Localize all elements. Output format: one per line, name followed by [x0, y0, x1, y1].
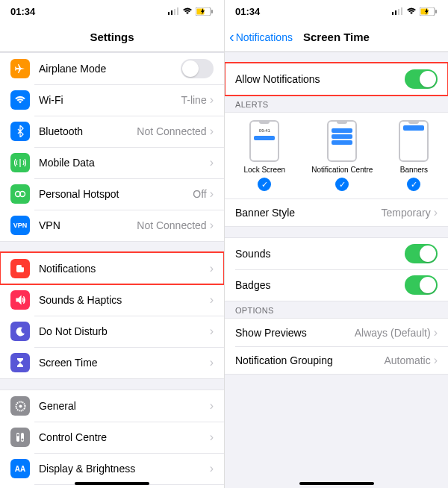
row-label: Badges [235, 279, 405, 291]
svg-point-15 [17, 434, 19, 437]
row-wifi[interactable]: Wi-Fi T-line › [0, 84, 224, 116]
row-mobile-data[interactable]: Mobile Data › [0, 147, 224, 178]
row-allow-notifications[interactable]: Allow Notifications [225, 63, 448, 96]
hotspot-icon [10, 184, 30, 204]
page-title: Settings [90, 31, 134, 43]
alerts-header: ALERTS [225, 96, 448, 112]
moon-icon [10, 322, 30, 341]
row-label: Personal Hotspot [39, 188, 193, 200]
sounds-toggle[interactable] [405, 244, 438, 263]
alerts-options: 09:41 Lock Screen ✓ Notification Centre … [225, 112, 448, 198]
row-value: Not Connected [137, 219, 206, 231]
svg-rect-3 [177, 7, 178, 15]
svg-rect-30 [398, 9, 399, 15]
row-badges[interactable]: Badges [225, 269, 448, 301]
row-label: General [39, 400, 210, 412]
row-label: Sounds & Haptics [39, 294, 210, 306]
hourglass-icon [10, 353, 30, 372]
option-label: Banners [400, 166, 428, 174]
chevron-icon: › [434, 326, 438, 340]
back-button[interactable]: ‹ Notifications [229, 28, 293, 46]
row-screen-time[interactable]: Screen Time › [0, 347, 224, 379]
alert-option-notification-centre[interactable]: Notification Centre ✓ [311, 120, 373, 191]
status-bar: 01:34 [225, 0, 448, 22]
status-time: 01:34 [10, 6, 35, 17]
check-icon[interactable]: ✓ [258, 178, 271, 191]
row-sounds-haptics[interactable]: Sounds & Haptics › [0, 284, 224, 316]
notifications-icon [10, 259, 30, 278]
check-icon[interactable]: ✓ [335, 178, 349, 191]
svg-rect-28 [392, 12, 393, 15]
row-show-previews[interactable]: Show Previews Always (Default) › [225, 318, 448, 346]
svg-point-10 [22, 264, 25, 268]
svg-point-16 [22, 439, 24, 441]
airplane-toggle[interactable] [181, 59, 214, 78]
alert-option-banners[interactable]: Banners ✓ [399, 120, 429, 191]
bluetooth-icon [10, 122, 30, 141]
row-label: Notification Grouping [235, 354, 384, 366]
row-label: Control Centre [39, 431, 210, 443]
options-header: OPTIONS [225, 301, 448, 318]
check-icon[interactable]: ✓ [407, 178, 420, 191]
row-label: VPN [39, 219, 137, 231]
home-indicator[interactable] [75, 482, 149, 485]
row-label: Notifications [39, 263, 210, 275]
battery-icon [420, 7, 438, 16]
row-sounds[interactable]: Sounds [225, 237, 448, 269]
wifi-icon [10, 90, 30, 110]
status-bar: 01:34 [0, 0, 224, 22]
row-label: Bluetooth [39, 125, 137, 137]
settings-screen: 01:34 Settings Airplane Mode Wi-Fi T-lin… [0, 0, 224, 488]
allow-notifications-toggle[interactable] [405, 69, 438, 89]
row-do-not-disturb[interactable]: Do Not Disturb › [0, 316, 224, 347]
gear-icon [10, 396, 30, 416]
row-banner-style[interactable]: Banner Style Temporary › [225, 198, 448, 227]
row-value: T-line [181, 94, 206, 106]
row-value: Off [193, 188, 206, 200]
row-display-brightness[interactable]: AA Display & Brightness › [0, 453, 224, 484]
row-notification-grouping[interactable]: Notification Grouping Automatic › [225, 346, 448, 375]
row-notifications[interactable]: Notifications › [0, 252, 224, 284]
row-label: Wi-Fi [39, 94, 181, 106]
page-title: Screen Time [303, 31, 370, 43]
signal-icon [168, 7, 179, 15]
chevron-icon: › [210, 187, 214, 201]
notification-settings-screen: 01:34 ‹ Notifications Screen Time Allow … [224, 0, 448, 488]
wifi-icon [406, 7, 417, 15]
row-label: Banner Style [235, 207, 382, 219]
row-value: Automatic [384, 354, 430, 366]
lock-screen-preview-icon: 09:41 [249, 120, 279, 162]
row-personal-hotspot[interactable]: Personal Hotspot Off › [0, 178, 224, 210]
chevron-icon: › [210, 356, 214, 369]
row-value: Always (Default) [355, 327, 431, 339]
chevron-icon: › [210, 262, 214, 275]
settings-list[interactable]: Airplane Mode Wi-Fi T-line › Bluetooth N… [0, 52, 224, 488]
row-control-centre[interactable]: Control Centre › [0, 422, 224, 453]
banners-preview-icon [399, 120, 429, 162]
row-bluetooth[interactable]: Bluetooth Not Connected › [0, 116, 224, 147]
svg-rect-29 [395, 10, 396, 15]
wifi-icon [182, 7, 193, 15]
row-airplane-mode[interactable]: Airplane Mode [0, 52, 224, 84]
row-label: Mobile Data [39, 157, 210, 169]
battery-icon [196, 7, 214, 16]
nav-bar: ‹ Notifications Screen Time [225, 22, 448, 52]
badges-toggle[interactable] [405, 275, 438, 295]
airplane-icon [10, 59, 30, 78]
home-indicator[interactable] [299, 482, 374, 485]
chevron-icon: › [210, 293, 214, 307]
row-value: Temporary [382, 207, 431, 219]
chevron-icon: › [210, 219, 214, 232]
row-general[interactable]: General › [0, 390, 224, 422]
chevron-icon: › [210, 125, 214, 138]
row-label: Allow Notifications [235, 73, 405, 85]
nav-bar: Settings [0, 22, 224, 52]
alert-option-lock-screen[interactable]: 09:41 Lock Screen ✓ [244, 120, 286, 191]
svg-rect-2 [174, 9, 175, 15]
option-label: Lock Screen [244, 166, 286, 174]
notification-settings-list[interactable]: Allow Notifications ALERTS 09:41 Lock Sc… [225, 52, 448, 488]
row-label: Display & Brightness [39, 463, 210, 475]
row-vpn[interactable]: VPN VPN Not Connected › [0, 210, 224, 242]
chevron-icon: › [434, 206, 438, 219]
sliders-icon [10, 428, 30, 447]
